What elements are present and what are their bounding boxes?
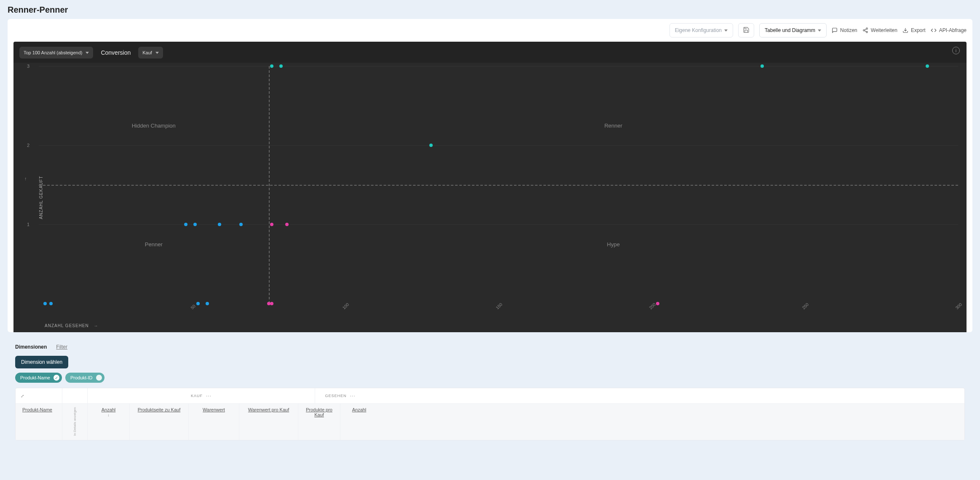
choose-dimension-button[interactable]: Dimension wählen <box>15 356 68 368</box>
chevron-down-icon <box>155 52 159 54</box>
save-icon <box>743 27 750 35</box>
chip-label: Produkt-ID <box>70 375 93 380</box>
data-point[interactable] <box>43 302 47 305</box>
quadrant-hype: Hype <box>607 241 620 248</box>
share-button[interactable]: Weiterleiten <box>862 27 897 33</box>
data-point[interactable] <box>196 302 200 305</box>
col-produkte-pro-kauf[interactable]: Produkte pro Kauf <box>298 404 340 440</box>
tab-filter[interactable]: Filter <box>56 344 67 350</box>
view-mode-dropdown[interactable]: Tabelle und Diagramm <box>759 23 827 37</box>
view-mode-label: Tabelle und Diagramm <box>765 27 815 33</box>
bottom-section: Dimensionen Filter Dimension wählen Prod… <box>8 338 972 440</box>
share-label: Weiterleiten <box>871 27 897 33</box>
svg-line-3 <box>865 29 866 30</box>
chevron-down-icon <box>724 29 728 32</box>
info-icon[interactable]: i <box>952 47 960 54</box>
metric-label: Kauf <box>142 50 152 55</box>
chip-label: Produkt-Name <box>20 375 50 380</box>
y-axis-title: ANZAHL GEKAUFT <box>39 176 43 219</box>
col-produktseite-zu-kauf[interactable]: Produktseite zu Kauf <box>129 404 188 440</box>
table-header-groups: ⤢ KAUF ··· GESEHEN ··· <box>16 388 964 404</box>
data-point[interactable] <box>760 64 764 68</box>
metric-dropdown[interactable]: Kauf <box>138 47 163 59</box>
data-point[interactable] <box>206 302 209 305</box>
config-dropdown[interactable]: Eigene Konfiguration <box>669 23 733 37</box>
x-axis-arrow-icon: → <box>94 323 99 328</box>
data-point[interactable] <box>285 223 289 226</box>
main-card: Eigene Konfiguration Tabelle und Diagram… <box>8 19 972 332</box>
sort-dropdown[interactable]: Top 100 Anzahl (absteigend) <box>19 47 93 59</box>
data-point[interactable] <box>926 64 929 68</box>
sort-label: Top 100 Anzahl (absteigend) <box>24 50 82 55</box>
tab-dimensions[interactable]: Dimensionen <box>15 344 47 350</box>
expand-icon[interactable]: ⤢ <box>17 391 27 401</box>
share-icon <box>862 27 868 33</box>
svg-line-4 <box>865 31 866 32</box>
save-button[interactable] <box>738 23 754 37</box>
data-point[interactable] <box>239 223 243 226</box>
data-point[interactable] <box>49 302 53 305</box>
group-detail <box>62 388 87 403</box>
x-axis-label: ANZAHL GESEHEN <box>45 323 89 328</box>
table-header-columns: Produkt-Name In Details anzeigen Anzahl↓… <box>16 404 964 440</box>
y-tick-label: 1 <box>27 222 29 227</box>
config-label: Eigene Konfiguration <box>675 27 722 33</box>
col-anzahl[interactable]: Anzahl↓ <box>87 404 129 440</box>
group-kauf: KAUF ··· <box>87 388 315 403</box>
group-kauf-more[interactable]: ··· <box>206 393 212 399</box>
svg-point-0 <box>866 28 868 29</box>
export-label: Export <box>911 27 926 33</box>
toggle-icon <box>96 375 102 381</box>
chart-header: Top 100 Anzahl (absteigend) Conversion K… <box>13 44 967 63</box>
data-table: ⤢ KAUF ··· GESEHEN ··· Produkt-Name In D… <box>15 388 965 440</box>
data-point[interactable] <box>270 223 273 226</box>
api-button[interactable]: API-Abfrage <box>931 27 967 33</box>
col-gesehen-anzahl[interactable]: Anzahl <box>340 404 378 440</box>
col-warenwert[interactable]: Warenwert <box>188 404 239 440</box>
group-empty: ⤢ <box>16 388 62 403</box>
y-tick-label: 3 <box>27 64 29 69</box>
y-axis-arrow-icon: ↑ <box>24 176 27 181</box>
group-gesehen-label: GESEHEN <box>325 394 346 398</box>
data-point[interactable] <box>270 64 273 68</box>
code-icon <box>931 27 937 33</box>
y-tick-label: 2 <box>27 143 29 148</box>
quadrant-hidden-champion: Hidden Champion <box>132 123 176 129</box>
export-button[interactable]: Export <box>902 27 926 33</box>
data-point[interactable] <box>429 144 433 147</box>
group-kauf-label: KAUF <box>191 394 203 398</box>
data-point[interactable] <box>184 223 187 226</box>
dimension-chip[interactable]: Produkt-ID <box>65 373 104 383</box>
notes-button[interactable]: Notizen <box>832 27 857 33</box>
sort-down-icon: ↓ <box>107 413 110 417</box>
tabs: Dimensionen Filter <box>15 344 965 350</box>
data-point[interactable] <box>270 302 273 305</box>
chevron-down-icon <box>86 52 89 54</box>
scatter-plot[interactable]: 123Hidden ChampionRennerPennerHype <box>39 66 958 304</box>
x-axis-title: ANZAHL GESEHEN → <box>45 323 99 328</box>
group-gesehen-more[interactable]: ··· <box>350 393 356 399</box>
data-point[interactable] <box>218 223 221 226</box>
col-produkt-name[interactable]: Produkt-Name <box>16 404 62 440</box>
chart-title: Conversion <box>101 49 131 56</box>
x-axis-ticks: 50100150200250300 <box>39 307 958 316</box>
quadrant-penner: Penner <box>145 241 163 248</box>
download-icon <box>902 27 908 33</box>
top-toolbar: Eigene Konfiguration Tabelle und Diagram… <box>8 19 972 42</box>
data-point[interactable] <box>193 223 197 226</box>
x-tick-label: 50 <box>190 304 196 310</box>
chevron-down-icon <box>818 29 821 32</box>
dimension-chips: Produkt-Name✓Produkt-ID <box>15 373 965 383</box>
check-icon: ✓ <box>54 375 59 381</box>
dimension-chip[interactable]: Produkt-Name✓ <box>15 373 62 383</box>
data-point[interactable] <box>279 64 283 68</box>
chart-area: 123Hidden ChampionRennerPennerHype ↑ ANZ… <box>13 63 967 332</box>
chat-icon <box>832 27 838 33</box>
svg-point-1 <box>863 29 865 31</box>
col-detail: In Details anzeigen <box>62 404 87 440</box>
svg-point-2 <box>866 31 868 33</box>
group-gesehen: GESEHEN ··· <box>315 388 365 403</box>
col-warenwert-pro-kauf[interactable]: Warenwert pro Kauf <box>239 404 298 440</box>
quadrant-renner: Renner <box>604 123 622 129</box>
page-title: Renner-Penner <box>8 5 972 15</box>
